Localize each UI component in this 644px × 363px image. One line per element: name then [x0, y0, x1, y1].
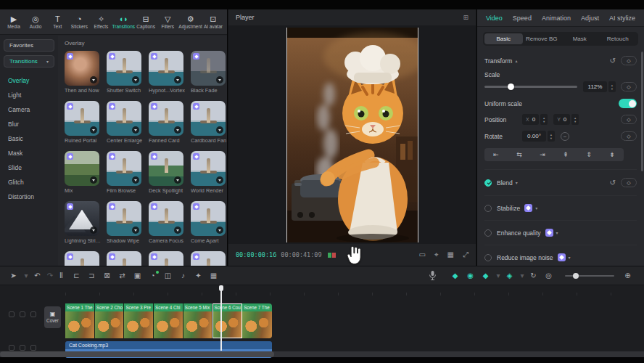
timeline-zoom-slider[interactable] [565, 275, 614, 277]
timeline-tool-icon[interactable]: ◔ [146, 272, 159, 280]
keyframe-icon[interactable]: ◇ [621, 178, 637, 187]
download-icon[interactable] [90, 76, 97, 83]
download-icon[interactable] [174, 176, 181, 184]
download-icon[interactable] [216, 227, 223, 234]
transition-item[interactable]: Then and Now [65, 51, 99, 94]
scale-slider[interactable] [484, 86, 577, 88]
transition-thumbnail[interactable] [107, 51, 141, 86]
transition-item[interactable]: Shadow Wipe [107, 201, 141, 244]
chevron-down-icon[interactable]: ▾ [516, 180, 518, 185]
transition-thumbnail[interactable] [65, 201, 99, 236]
timeline-tool-icon[interactable]: ✦ [192, 272, 205, 280]
transition-thumbnail[interactable] [107, 101, 141, 136]
download-icon[interactable] [132, 126, 139, 134]
stepper-down-icon[interactable]: ▾ [543, 120, 545, 123]
position-x-stepper[interactable]: ▴ ▾ [540, 114, 548, 125]
color-flag-icon[interactable] [328, 253, 336, 258]
transition-item[interactable]: Film Browse [107, 151, 141, 194]
timeline-right-icon[interactable]: ◈ [503, 272, 516, 280]
scale-value[interactable]: 112% [583, 81, 607, 92]
category-item[interactable]: Blur [4, 117, 54, 131]
transition-thumbnail[interactable] [191, 51, 226, 86]
transition-thumbnail[interactable] [65, 51, 99, 86]
timeline-tool-icon[interactable]: ➤ [7, 272, 20, 280]
transition-thumbnail[interactable] [191, 151, 226, 186]
timeline-tool-icon[interactable]: ⇄ [116, 272, 128, 280]
position-y-stepper[interactable]: ▴ ▾ [571, 114, 579, 125]
category-item[interactable]: Distortion [4, 189, 54, 204]
transition-item[interactable]: Fanned Card [149, 101, 183, 144]
transition-thumbnail[interactable] [191, 201, 226, 236]
timeline-right-icon[interactable]: ◎ [542, 272, 555, 280]
transition-thumbnail[interactable] [149, 251, 183, 266]
transition-item[interactable]: World Render [191, 151, 226, 194]
stepper-down-icon[interactable]: ▾ [550, 136, 552, 140]
transition-thumbnail[interactable] [65, 251, 99, 266]
download-icon[interactable] [132, 227, 139, 234]
scale-stepper[interactable]: ▴ ▾ [608, 81, 616, 92]
toolbar-tab[interactable]: ▶ Media [3, 15, 25, 29]
scrollbar-thumb[interactable] [0, 351, 274, 357]
timeline-right-icon[interactable]: ◉ [464, 272, 476, 280]
inspector-subtab[interactable]: Retouch [599, 33, 637, 44]
keyframe-icon[interactable]: ◇ [621, 56, 637, 65]
transition-item[interactable]: Camera Focus [149, 201, 183, 244]
timeline-tool-icon[interactable]: ▣ [131, 272, 144, 280]
player-icon[interactable]: ⤢ [463, 250, 468, 259]
download-icon[interactable] [90, 176, 97, 184]
toolbar-tab[interactable]: ⊟ Captions [135, 15, 157, 29]
category-item[interactable]: Basic [4, 131, 54, 146]
video-track-controls[interactable] [9, 311, 36, 317]
alignment-icon[interactable]: ⇞ [563, 151, 569, 158]
transition-item[interactable]: Ruined Portal [65, 101, 99, 144]
transition-item[interactable]: Black Fade [191, 51, 226, 94]
download-icon[interactable] [216, 126, 223, 134]
download-icon[interactable] [132, 76, 139, 83]
timeline-clip[interactable]: Scene 5 Mix [183, 303, 213, 338]
stepper-down-icon[interactable]: ▾ [574, 120, 576, 123]
stepper-down-icon[interactable]: ▾ [611, 87, 613, 91]
transition-item[interactable] [191, 251, 226, 266]
timeline-clip[interactable]: Scene 2 Cho [95, 303, 125, 338]
chevron-down-icon[interactable]: ▾ [556, 230, 558, 235]
timeline-tool-icon[interactable]: ⊠ [101, 272, 113, 280]
timeline-clip[interactable]: Scene 6 Cou [212, 303, 242, 338]
transition-thumbnail[interactable] [191, 101, 226, 136]
alignment-icon[interactable]: ⇥ [540, 151, 545, 158]
transition-thumbnail[interactable] [149, 101, 183, 136]
download-icon[interactable] [174, 76, 181, 83]
download-icon[interactable] [174, 227, 181, 234]
toolbar-tab[interactable]: ✧ Effects [90, 15, 112, 29]
rotate-value[interactable]: 0.00° [522, 131, 546, 142]
keyframe-icon[interactable]: ◇ [621, 82, 637, 91]
transition-thumbnail[interactable] [107, 151, 141, 186]
timeline-right-icon[interactable]: ▾ [519, 272, 526, 280]
inspector-tab[interactable]: Adjust [581, 15, 599, 22]
chevron-down-icon[interactable]: ▾ [569, 255, 571, 260]
transition-thumbnail[interactable] [191, 251, 226, 266]
timeline-clip[interactable]: Scene 7 The [242, 303, 272, 338]
timeline-tool-icon[interactable]: ↷ [46, 272, 54, 280]
inspector-tab[interactable]: Animation [542, 15, 571, 22]
mic-icon[interactable] [429, 271, 436, 280]
transition-item[interactable]: Shutter Switch [107, 51, 141, 94]
position-y-input[interactable]: Y 0 [553, 114, 570, 125]
timeline-tool-icon[interactable]: ↶ [31, 272, 44, 280]
section-checkbox[interactable] [484, 229, 492, 237]
slider-thumb[interactable] [508, 83, 514, 90]
transition-item[interactable]: Come Apart [191, 201, 226, 244]
timeline-right-icon[interactable]: ▾ [495, 272, 502, 280]
download-icon[interactable] [174, 126, 181, 134]
category-item[interactable]: Overlay [4, 73, 54, 88]
video-frame[interactable] [286, 28, 418, 242]
download-icon[interactable] [90, 227, 97, 234]
transition-thumbnail[interactable] [149, 51, 183, 86]
keyframe-icon[interactable]: ◇ [621, 131, 637, 141]
blend-checkbox[interactable] [484, 179, 492, 187]
inspector-tab[interactable]: Speed [513, 15, 532, 22]
transition-thumbnail[interactable] [107, 201, 141, 236]
playhead[interactable] [220, 285, 222, 351]
transition-item[interactable] [107, 251, 141, 266]
section-checkbox[interactable] [484, 254, 492, 261]
audio-track-controls[interactable] [9, 345, 36, 351]
